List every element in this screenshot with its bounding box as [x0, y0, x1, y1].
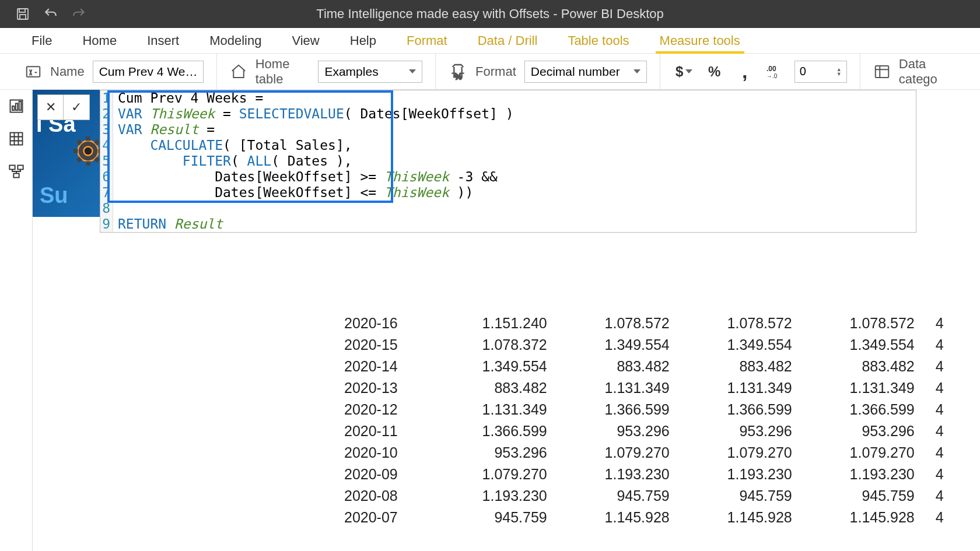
- tab-tabletools[interactable]: Table tools: [552, 28, 644, 53]
- report-view-button[interactable]: [0, 90, 32, 122]
- gear-icon: [71, 134, 100, 169]
- tab-home[interactable]: Home: [67, 28, 132, 53]
- table-cell: 945.759: [427, 507, 550, 528]
- window-title: Time Intelligence made easy with Offsets…: [316, 6, 663, 22]
- currency-button[interactable]: $: [673, 61, 695, 83]
- line-number: 5: [100, 153, 113, 169]
- table-cell: 1.349.554: [672, 334, 794, 356]
- table-cell: 2020-10: [342, 442, 427, 464]
- table-row[interactable]: 2020-13883.4821.131.3491.131.3491.131.34…: [342, 377, 946, 399]
- format-value: Decimal number: [531, 65, 620, 79]
- table-cell: 953.296: [550, 420, 672, 442]
- dax-editor[interactable]: 1Cum Prev 4 Weeks =2VAR ThisWeek = SELEC…: [100, 90, 916, 233]
- editor-line[interactable]: 1Cum Prev 4 Weeks =: [100, 90, 916, 106]
- table-row[interactable]: 2020-081.193.230945.759945.759945.7594: [342, 485, 946, 507]
- table-row[interactable]: 2020-151.078.3721.349.5541.349.5541.349.…: [342, 334, 946, 356]
- line-number: 9: [100, 216, 113, 232]
- table-row[interactable]: 2020-161.151.2401.078.5721.078.5721.078.…: [342, 313, 946, 334]
- undo-icon[interactable]: [43, 6, 59, 22]
- code-text[interactable]: CALCULATE( [Total Sales],: [113, 138, 352, 153]
- tab-file[interactable]: File: [16, 28, 67, 53]
- tab-measuretools[interactable]: Measure tools: [645, 28, 755, 53]
- editor-line[interactable]: 4 CALCULATE( [Total Sales],: [100, 138, 916, 153]
- decimal-shift-button[interactable]: .00→.0: [764, 61, 786, 83]
- table-cell: 4: [917, 356, 946, 377]
- redo-icon[interactable]: [71, 6, 87, 22]
- thousands-button[interactable]: ,: [734, 61, 756, 83]
- tab-format[interactable]: Format: [391, 28, 463, 53]
- editor-line[interactable]: 6 Dates[WeekOffset] >= ThisWeek -3 &&: [100, 169, 916, 185]
- tab-modeling[interactable]: Modeling: [194, 28, 276, 53]
- chevron-down-icon: [685, 69, 692, 73]
- code-text[interactable]: RETURN Result: [113, 216, 223, 232]
- formula-actions: ✕ ✓: [37, 94, 90, 120]
- table-cell: 2020-07: [342, 507, 427, 528]
- editor-line[interactable]: 2VAR ThisWeek = SELECTEDVALUE( Dates[Wee…: [100, 106, 916, 122]
- table-cell: 1.079.270: [672, 442, 794, 464]
- percent-button[interactable]: %: [704, 61, 726, 83]
- code-text[interactable]: FILTER( ALL( Dates ),: [113, 153, 352, 169]
- table-cell: 1.366.599: [672, 399, 794, 420]
- editor-line[interactable]: 3VAR Result =: [100, 122, 916, 138]
- svg-point-17: [84, 147, 93, 156]
- model-view-button[interactable]: [0, 155, 32, 188]
- table-row[interactable]: 2020-10953.2961.079.2701.079.2701.079.27…: [342, 442, 946, 464]
- hometable-select[interactable]: Examples: [318, 61, 422, 83]
- tab-datadrill[interactable]: Data / Drill: [463, 28, 553, 53]
- table-cell: 2020-16: [342, 313, 427, 334]
- tab-view[interactable]: View: [276, 28, 334, 53]
- code-text[interactable]: [113, 201, 118, 216]
- spinner-arrows-icon[interactable]: ▲▼: [836, 67, 842, 76]
- title-bar: Time Intelligence made easy with Offsets…: [0, 0, 980, 28]
- table-cell: 4: [917, 420, 946, 442]
- ribbon-group-name: Name: [12, 54, 217, 89]
- view-switcher: [0, 90, 33, 551]
- svg-rect-7: [876, 66, 889, 78]
- editor-line[interactable]: 5 FILTER( ALL( Dates ),: [100, 153, 916, 169]
- table-cell: 4: [917, 464, 946, 485]
- tab-insert[interactable]: Insert: [132, 28, 194, 53]
- code-text[interactable]: Cum Prev 4 Weeks =: [113, 90, 263, 106]
- table-cell: 1.079.270: [794, 442, 917, 464]
- measure-name-input[interactable]: [93, 61, 204, 83]
- svg-text:%: %: [455, 72, 462, 81]
- cancel-formula-button[interactable]: ✕: [38, 95, 64, 120]
- table-cell: 1.366.599: [794, 399, 917, 420]
- table-row[interactable]: 2020-121.131.3491.366.5991.366.5991.366.…: [342, 399, 946, 420]
- table-cell: 2020-14: [342, 356, 427, 377]
- table-cell: 1.145.928: [794, 507, 917, 528]
- editor-line[interactable]: 9RETURN Result: [100, 216, 916, 232]
- table-cell: 4: [917, 442, 946, 464]
- data-view-button[interactable]: [0, 122, 32, 155]
- hometable-value: Examples: [324, 65, 378, 79]
- commit-formula-button[interactable]: ✓: [64, 95, 89, 120]
- editor-line[interactable]: 7 Dates[WeekOffset] <= ThisWeek )): [100, 185, 916, 201]
- table-cell: 4: [917, 507, 946, 528]
- report-canvas[interactable]: l Sa Su ✕ ✓ 1Cum Prev 4 Weeks =2VAR This…: [33, 90, 980, 551]
- table-row[interactable]: 2020-07945.7591.145.9281.145.9281.145.92…: [342, 507, 946, 528]
- table-cell: 1.131.349: [672, 377, 794, 399]
- table-cell: 945.759: [794, 485, 917, 507]
- save-icon[interactable]: [15, 6, 31, 22]
- datacat-label: Data catego: [899, 57, 956, 87]
- table-row[interactable]: 2020-141.349.554883.482883.482883.4824: [342, 356, 946, 377]
- table-row[interactable]: 2020-091.079.2701.193.2301.193.2301.193.…: [342, 464, 946, 485]
- tab-help[interactable]: Help: [335, 28, 391, 53]
- table-cell: 1.193.230: [550, 464, 672, 485]
- table-cell: 1.079.270: [427, 464, 550, 485]
- result-table[interactable]: 2020-161.151.2401.078.5721.078.5721.078.…: [342, 313, 946, 528]
- code-text[interactable]: VAR ThisWeek = SELECTEDVALUE( Dates[Week…: [113, 106, 514, 122]
- table-cell: 4: [917, 377, 946, 399]
- table-cell: 1.131.349: [794, 377, 917, 399]
- format-select[interactable]: Decimal number: [524, 61, 647, 83]
- code-text[interactable]: VAR Result =: [113, 122, 215, 138]
- svg-rect-13: [9, 166, 15, 170]
- table-cell: 953.296: [427, 442, 550, 464]
- code-text[interactable]: Dates[WeekOffset] <= ThisWeek )): [113, 185, 473, 201]
- editor-line[interactable]: 8: [100, 201, 916, 216]
- decimals-spinner[interactable]: 0 ▲▼: [794, 61, 847, 83]
- table-cell: 1.366.599: [427, 420, 550, 442]
- code-text[interactable]: Dates[WeekOffset] >= ThisWeek -3 &&: [113, 169, 498, 185]
- table-row[interactable]: 2020-111.366.599953.296953.296953.2964: [342, 420, 946, 442]
- line-number: 3: [100, 122, 113, 138]
